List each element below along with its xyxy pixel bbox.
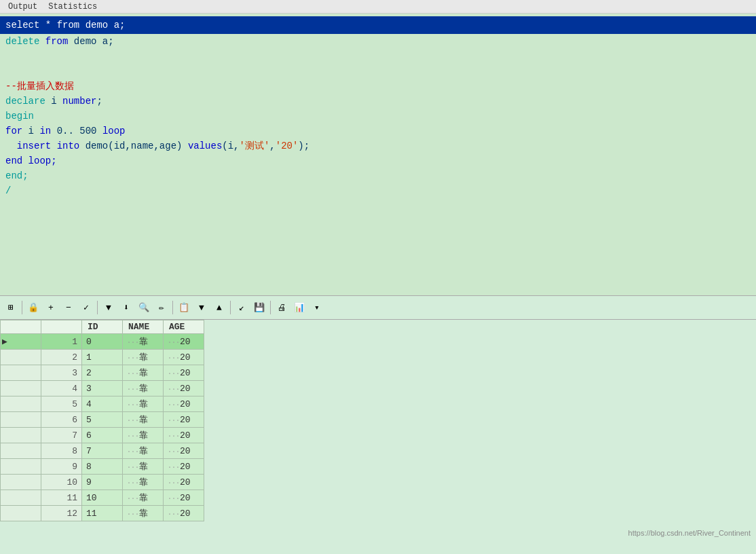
- grid-btn[interactable]: ⊞: [3, 299, 19, 316]
- cell-age: ···20: [164, 381, 204, 396]
- cell-id: 11: [82, 506, 123, 521]
- table-row[interactable]: 87···靠···20: [1, 443, 204, 459]
- code-str1: '测试': [240, 141, 270, 151]
- table-row[interactable]: 32···靠···20: [1, 365, 204, 381]
- cell-name: ···靠: [123, 350, 164, 365]
- cell-id: 5: [82, 412, 123, 428]
- table-row[interactable]: 98···靠···20: [1, 459, 204, 475]
- code-editor: select * from demo a; delete from demo a…: [0, 14, 756, 295]
- tab-output[interactable]: Output: [3, 2, 43, 12]
- row-number: 8: [41, 443, 82, 459]
- code-insert: insert: [17, 141, 57, 151]
- col-age[interactable]: AGE: [164, 320, 204, 334]
- code-ivar: i: [45, 96, 62, 107]
- edit-btn[interactable]: ✏: [153, 299, 170, 316]
- data-grid[interactable]: ID NAME AGE ▶10···靠···2021···靠···2032···…: [0, 320, 756, 540]
- code-keyword: select: [5, 20, 39, 31]
- filter-down-btn[interactable]: ▼: [100, 299, 117, 316]
- code-line-1[interactable]: select * from demo a;: [0, 16, 756, 34]
- sep2: [97, 301, 98, 314]
- chart-dropdown-btn[interactable]: ▾: [309, 299, 325, 316]
- row-indicator: [1, 381, 41, 396]
- cell-age: ···20: [164, 428, 204, 443]
- cell-name: ···靠: [123, 428, 164, 443]
- code-line-3: [5, 49, 751, 64]
- lock-btn[interactable]: 🔒: [25, 299, 41, 316]
- filter-all-btn[interactable]: ⬇: [118, 299, 134, 316]
- code-text3: demo a;: [68, 36, 113, 47]
- cell-id: 0: [82, 334, 123, 350]
- copy-down-btn[interactable]: ▼: [193, 299, 210, 316]
- row-number: 11: [41, 490, 82, 506]
- toolbar: ⊞ 🔒 + − ✓ ▼ ⬇ 🔍 ✏ 📋 ▼ ▲ ↙ 💾 🖨 📊 ▾: [0, 295, 756, 320]
- cell-age: ···20: [164, 396, 204, 412]
- cell-name: ···靠: [123, 396, 164, 412]
- cell-name: ···靠: [123, 412, 164, 428]
- table-row[interactable]: 109···靠···20: [1, 475, 204, 490]
- table-row[interactable]: ▶10···靠···20: [1, 334, 204, 350]
- code-values: values: [188, 141, 222, 151]
- watermark: https://blog.csdn.net/River_Continent: [628, 529, 751, 537]
- code-number: number: [62, 96, 96, 107]
- code-closeparen: );: [298, 141, 309, 151]
- print-btn[interactable]: 🖨: [273, 299, 290, 316]
- row-indicator: [1, 459, 41, 475]
- row-indicator: [1, 365, 41, 381]
- code-line-4: [5, 64, 751, 79]
- table-row[interactable]: 21···靠···20: [1, 350, 204, 365]
- add-btn[interactable]: +: [43, 299, 59, 316]
- col-name[interactable]: NAME: [123, 320, 164, 334]
- cell-id: 6: [82, 428, 123, 443]
- chart-btn[interactable]: 📊: [291, 299, 307, 316]
- row-number: 9: [41, 459, 82, 475]
- cell-age: ···20: [164, 443, 204, 459]
- code-text2: demo a;: [79, 20, 125, 31]
- code-line-7: begin: [5, 109, 751, 124]
- row-indicator: ▶: [1, 334, 41, 350]
- code-line-8: for i in 0.. 500 loop: [5, 124, 751, 138]
- code-line-6: declare i number;: [5, 94, 751, 109]
- table-row[interactable]: 65···靠···20: [1, 412, 204, 428]
- bottom-section: ⊞ 🔒 + − ✓ ▼ ⬇ 🔍 ✏ 📋 ▼ ▲ ↙ 💾 🖨 📊 ▾ ID: [0, 295, 756, 540]
- col-id[interactable]: ID: [82, 320, 123, 334]
- table-row[interactable]: 1211···靠···20: [1, 506, 204, 521]
- confirm-btn[interactable]: ✓: [78, 299, 94, 316]
- export-btn[interactable]: ↙: [233, 299, 250, 316]
- table-row[interactable]: 43···靠···20: [1, 381, 204, 396]
- table-row[interactable]: 54···靠···20: [1, 396, 204, 412]
- tab-statistics[interactable]: Statistics: [43, 2, 102, 12]
- cell-age: ···20: [164, 506, 204, 521]
- code-text: *: [39, 20, 56, 31]
- cell-age: ···20: [164, 365, 204, 381]
- copy-up-btn[interactable]: ▲: [211, 299, 227, 316]
- table-row[interactable]: 76···靠···20: [1, 428, 204, 443]
- code-delete: delete: [5, 36, 45, 47]
- row-number: 12: [41, 506, 82, 521]
- cell-age: ···20: [164, 475, 204, 490]
- code-line-2: delete from demo a;: [5, 34, 751, 49]
- search-btn[interactable]: 🔍: [136, 299, 152, 316]
- copy-btn[interactable]: 📋: [176, 299, 192, 316]
- sep3: [172, 301, 173, 314]
- row-indicator: [1, 443, 41, 459]
- cell-name: ···靠: [123, 443, 164, 459]
- save-btn[interactable]: 💾: [251, 299, 267, 316]
- cell-age: ···20: [164, 412, 204, 428]
- code-from2: from: [45, 36, 69, 47]
- code-from: from: [57, 20, 80, 31]
- table-row[interactable]: 1110···靠···20: [1, 490, 204, 506]
- cell-age: ···20: [164, 459, 204, 475]
- code-line-11: end;: [5, 168, 751, 183]
- code-str2: '20': [276, 141, 299, 151]
- sep1: [22, 301, 22, 314]
- remove-btn[interactable]: −: [60, 299, 77, 316]
- cell-age: ···20: [164, 334, 204, 350]
- row-number: 10: [41, 475, 82, 490]
- cell-name: ···靠: [123, 459, 164, 475]
- top-tabs-bar: Output Statistics: [0, 0, 756, 14]
- code-comma: ,: [269, 141, 275, 151]
- sep5: [270, 301, 271, 314]
- code-table: demo(id,name,age): [79, 141, 188, 151]
- code-line-10: end loop;: [5, 153, 751, 168]
- cell-name: ···靠: [123, 490, 164, 506]
